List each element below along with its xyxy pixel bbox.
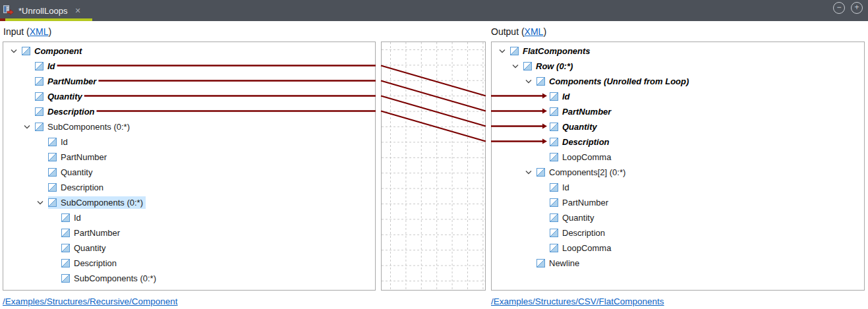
- mapping-canvas[interactable]: [381, 42, 486, 291]
- chevron-down-icon[interactable]: [523, 79, 536, 84]
- xml-node-icon: [550, 107, 558, 116]
- tree-row[interactable]: FlatComponents: [492, 43, 864, 59]
- node-label: Id: [562, 92, 570, 101]
- node-label: LoopComma: [562, 243, 611, 253]
- zoom-in-button[interactable]: +: [851, 2, 863, 14]
- chevron-down-icon[interactable]: [22, 125, 35, 129]
- chevron-down-icon[interactable]: [35, 200, 48, 205]
- node-label: PartNumber: [562, 107, 611, 117]
- node-label: Quantity: [61, 167, 92, 177]
- tree-row[interactable]: Components (Unrolled from Loop): [492, 74, 864, 89]
- tree-row[interactable]: Quantity: [3, 165, 375, 180]
- xml-node-icon: [536, 77, 545, 86]
- tree-row[interactable]: Row (0:*): [492, 59, 864, 74]
- xml-node-icon: [510, 47, 519, 55]
- tree-row[interactable]: Newline: [492, 256, 864, 271]
- xml-node-icon: [22, 47, 30, 55]
- node-label: Newline: [549, 258, 579, 268]
- node-label: PartNumber: [61, 152, 107, 162]
- tree-row[interactable]: Id: [492, 89, 864, 104]
- node-label: Id: [61, 137, 68, 147]
- tree-row[interactable]: Id: [492, 180, 864, 195]
- tree-row[interactable]: LoopComma: [492, 150, 864, 165]
- output-schema-path-link[interactable]: /Examples/Structures/CSV/FlatComponents: [491, 296, 664, 306]
- xml-node-icon: [35, 107, 43, 116]
- tree-row[interactable]: Quantity: [492, 119, 864, 134]
- tab-close-icon[interactable]: ✕: [74, 7, 80, 15]
- tree-row[interactable]: Quantity: [3, 89, 375, 104]
- tree-row[interactable]: Id: [3, 59, 375, 74]
- tree-row[interactable]: Description: [492, 134, 864, 150]
- xml-node-icon: [550, 92, 558, 101]
- xml-node-icon: [61, 274, 70, 283]
- xml-node-icon: [550, 183, 558, 192]
- tree-row[interactable]: Description: [3, 256, 375, 271]
- tree-row[interactable]: Id: [3, 134, 375, 150]
- node-label: SubComponents (0:*): [74, 273, 156, 283]
- xml-node-icon: [536, 168, 545, 177]
- xml-node-icon: [550, 153, 558, 161]
- output-schema-path-link-wrap: /Examples/Structures/CSV/FlatComponents: [491, 296, 664, 306]
- xml-node-icon: [550, 229, 558, 237]
- tree-row[interactable]: SubComponents (0:*): [3, 195, 375, 210]
- chevron-down-icon[interactable]: [497, 49, 510, 53]
- xml-node-icon: [550, 244, 558, 252]
- xml-node-icon: [550, 198, 558, 207]
- tree-row[interactable]: Description: [492, 225, 864, 240]
- node-label: Quantity: [74, 243, 105, 253]
- tree-row[interactable]: Description: [3, 104, 375, 119]
- xml-node-icon: [48, 138, 57, 146]
- tree-row[interactable]: Component: [3, 43, 375, 59]
- node-label: Description: [562, 228, 605, 238]
- tab-underline-accent: [0, 18, 5, 21]
- tree-row[interactable]: Quantity: [492, 210, 864, 225]
- input-schema-path-link-wrap: /Examples/Structures/Recursive/Component: [3, 296, 178, 306]
- xml-node-icon: [61, 213, 70, 222]
- tree-row[interactable]: Quantity: [3, 240, 375, 256]
- xml-node-icon: [35, 92, 43, 101]
- node-label: Quantity: [562, 213, 594, 223]
- tree-row[interactable]: SubComponents (0:*): [3, 119, 375, 134]
- xml-node-icon: [35, 77, 43, 86]
- xml-node-icon: [550, 138, 558, 146]
- tab-unrollloops[interactable]: *UnrollLoops ✕: [0, 1, 88, 20]
- tree-row[interactable]: SubComponents (0:*): [3, 271, 375, 286]
- xml-node-icon: [35, 123, 43, 131]
- tree-row[interactable]: PartNumber: [492, 104, 864, 119]
- tree-row[interactable]: PartNumber: [3, 74, 375, 89]
- xml-node-icon: [536, 259, 545, 267]
- node-label: Quantity: [562, 122, 597, 132]
- input-label: Input (: [3, 26, 30, 37]
- node-label: SubComponents (0:*): [61, 198, 143, 208]
- zoom-out-button[interactable]: −: [833, 2, 845, 14]
- tree-row[interactable]: Description: [3, 180, 375, 195]
- node-label: LoopComma: [562, 152, 611, 162]
- xml-node-icon: [61, 259, 70, 267]
- tree-row[interactable]: Components[2] (0:*): [492, 165, 864, 180]
- xml-node-icon: [550, 213, 558, 222]
- xml-node-icon: [48, 168, 57, 177]
- node-label: Components[2] (0:*): [549, 167, 625, 177]
- input-structure-panel: ComponentIdPartNumberQuantityDescription…: [3, 42, 376, 291]
- output-structure-panel: FlatComponentsRow (0:*)Components (Unrol…: [491, 42, 865, 291]
- node-label: Id: [47, 61, 55, 71]
- node-label: PartNumber: [562, 198, 608, 208]
- tree-row[interactable]: PartNumber: [3, 225, 375, 240]
- node-label: PartNumber: [47, 76, 96, 86]
- tree-row[interactable]: Id: [3, 210, 375, 225]
- node-label: Description: [61, 183, 103, 192]
- tree-row[interactable]: LoopComma: [492, 240, 864, 256]
- tree-row[interactable]: PartNumber: [492, 195, 864, 210]
- input-xml-link[interactable]: XML: [30, 26, 49, 37]
- node-label: Id: [562, 183, 569, 192]
- mapping-document-icon: [3, 5, 14, 17]
- tree-row[interactable]: PartNumber: [3, 150, 375, 165]
- input-schema-path-link[interactable]: /Examples/Structures/Recursive/Component: [3, 296, 178, 306]
- chevron-down-icon[interactable]: [523, 170, 536, 175]
- tab-title: *UnrollLoops: [18, 6, 67, 16]
- input-pane-header: Input (XML): [3, 26, 51, 37]
- chevron-down-icon[interactable]: [9, 49, 22, 53]
- chevron-down-icon[interactable]: [510, 64, 523, 69]
- output-xml-link[interactable]: XML: [525, 26, 544, 37]
- xml-node-icon: [523, 62, 532, 70]
